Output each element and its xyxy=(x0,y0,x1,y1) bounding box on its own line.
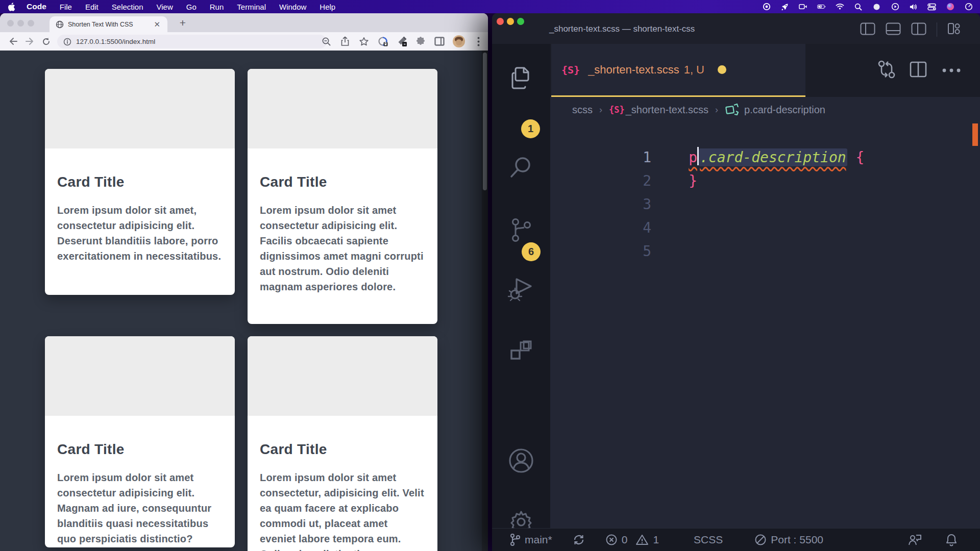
extension-screentime-icon[interactable] xyxy=(377,36,388,47)
window-close-button[interactable] xyxy=(497,18,504,25)
control-center-icon[interactable] xyxy=(927,3,936,11)
menu-run[interactable]: Run xyxy=(210,3,224,11)
window-close-button[interactable] xyxy=(7,20,14,27)
screen-record-icon[interactable] xyxy=(799,3,807,11)
source-control-badge: 6 xyxy=(522,242,541,261)
file-tab[interactable]: {S} _shorten-text.scss 1, U xyxy=(551,44,805,95)
live-server-port[interactable]: Port : 5500 xyxy=(754,534,823,546)
site-info-icon[interactable] xyxy=(63,38,71,46)
window-zoom-button[interactable] xyxy=(517,18,524,25)
explorer-badge: 1 xyxy=(521,119,540,138)
breadcrumb-file[interactable]: _shorten-text.scss xyxy=(626,104,708,116)
window-minimize-button[interactable] xyxy=(507,18,514,25)
bookmark-star-icon[interactable] xyxy=(358,36,370,47)
sync-button[interactable] xyxy=(573,534,585,546)
port-label: Port : 5500 xyxy=(771,534,823,546)
breadcrumb-symbol[interactable]: p.card-description xyxy=(744,104,825,116)
account-icon[interactable] xyxy=(508,447,534,476)
siri-icon[interactable] xyxy=(946,3,954,11)
tab-close-icon[interactable]: ✕ xyxy=(152,19,162,29)
run-debug-icon[interactable] xyxy=(507,274,535,304)
symbol-class-icon xyxy=(725,103,739,116)
reload-icon[interactable] xyxy=(40,35,52,47)
extensions-icon[interactable] xyxy=(508,339,534,367)
toggle-secondary-sidebar-icon[interactable] xyxy=(911,22,926,37)
more-actions-icon[interactable] xyxy=(941,66,962,75)
rocket-icon[interactable] xyxy=(780,3,789,11)
extension-colorpicker-icon[interactable] xyxy=(396,36,407,47)
side-panel-icon[interactable] xyxy=(434,36,445,47)
source-control-icon[interactable] xyxy=(508,217,534,245)
menu-status-icons xyxy=(762,3,980,11)
code-line-2: 2} xyxy=(550,146,980,169)
menu-edit[interactable]: Edit xyxy=(85,3,99,11)
card: Card Title Lorem ipsum dolor sit amet co… xyxy=(248,69,437,324)
browser-tab-title: Shorten Text With CSS xyxy=(68,21,152,28)
toggle-primary-sidebar-icon[interactable] xyxy=(860,22,875,37)
browser-menu-kebab-icon[interactable] xyxy=(473,36,484,47)
back-icon[interactable] xyxy=(7,35,19,47)
play-circle-icon[interactable] xyxy=(891,3,899,11)
git-branch-status[interactable]: main* xyxy=(509,533,552,546)
search-icon[interactable] xyxy=(508,155,534,182)
code-line-4: 4 xyxy=(550,193,980,216)
page-scrollbar-thumb[interactable] xyxy=(483,53,487,190)
port-broadcast-icon xyxy=(754,534,767,546)
menu-window[interactable]: Window xyxy=(279,3,306,11)
clock-icon[interactable] xyxy=(964,3,973,11)
code-line-5: 5 xyxy=(550,216,980,240)
scss-file-icon: {S} xyxy=(609,105,625,115)
toolbar-actions xyxy=(321,32,484,51)
code-line-3: 3 xyxy=(550,169,980,193)
menu-view[interactable]: View xyxy=(157,3,173,11)
browser-tab[interactable]: Shorten Text With CSS ✕ xyxy=(50,16,167,32)
zoom-icon[interactable] xyxy=(321,36,332,47)
battery-icon[interactable] xyxy=(817,3,826,11)
address-bar[interactable]: 127.0.0.1:5500/index.html xyxy=(57,35,327,48)
card-description: Lorem ipsum dolor sit amet consectetur a… xyxy=(57,470,222,546)
volume-icon[interactable] xyxy=(909,3,918,11)
open-changes-icon[interactable] xyxy=(878,60,895,81)
menu-go[interactable]: Go xyxy=(186,3,197,11)
warning-count: 1 xyxy=(653,534,659,546)
vscode-title-bar: _shorten-text.scss — shorten-text-css xyxy=(492,13,980,44)
explorer-icon[interactable] xyxy=(509,65,533,93)
split-editor-icon[interactable] xyxy=(910,61,927,80)
activity-bar: 1 6 xyxy=(492,44,550,528)
share-icon[interactable] xyxy=(339,36,351,47)
menu-terminal[interactable]: Terminal xyxy=(237,3,266,11)
card-image-placeholder xyxy=(248,336,437,416)
customize-layout-icon[interactable] xyxy=(947,22,961,37)
apple-icon[interactable] xyxy=(8,2,16,11)
breadcrumb-folder[interactable]: scss xyxy=(572,104,593,116)
problems-status[interactable]: 0 1 xyxy=(605,534,659,546)
menu-help[interactable]: Help xyxy=(320,3,335,11)
language-mode[interactable]: SCSS xyxy=(694,534,723,546)
new-tab-button[interactable]: + xyxy=(176,16,190,30)
toggle-panel-icon[interactable] xyxy=(886,22,901,37)
window-minimize-button[interactable] xyxy=(17,20,24,27)
wifi-icon[interactable] xyxy=(836,3,844,11)
titlebar-separator xyxy=(937,22,937,37)
page-scrollbar-track[interactable] xyxy=(482,51,488,551)
forward-icon[interactable] xyxy=(23,35,36,47)
menu-file[interactable]: File xyxy=(60,3,72,11)
vscode-window: _shorten-text.scss — shorten-text-css 1 … xyxy=(492,13,980,551)
do-not-disturb-icon[interactable] xyxy=(872,3,881,11)
record-icon[interactable] xyxy=(762,3,771,11)
notifications-bell-icon[interactable] xyxy=(945,533,958,547)
scss-file-icon: {S} xyxy=(561,64,580,76)
menu-selection[interactable]: Selection xyxy=(112,3,143,11)
code-editor[interactable]: 1p.card-description { 2} 3 4 5 xyxy=(550,122,980,528)
feedback-icon[interactable] xyxy=(908,533,922,546)
spotlight-search-icon[interactable] xyxy=(854,3,863,11)
menu-app-name[interactable]: Code xyxy=(27,2,46,11)
card: Card Title Lorem ipsum dolor sit amet co… xyxy=(248,336,437,551)
window-zoom-button[interactable] xyxy=(28,20,34,27)
profile-avatar[interactable] xyxy=(453,35,465,47)
unsaved-dot-icon[interactable] xyxy=(718,65,726,74)
status-bar: main* 0 1 SCSS Port : 5500 xyxy=(492,528,980,551)
card-title: Card Title xyxy=(260,441,424,458)
card-title: Card Title xyxy=(57,441,222,458)
extensions-puzzle-icon[interactable] xyxy=(415,36,426,47)
